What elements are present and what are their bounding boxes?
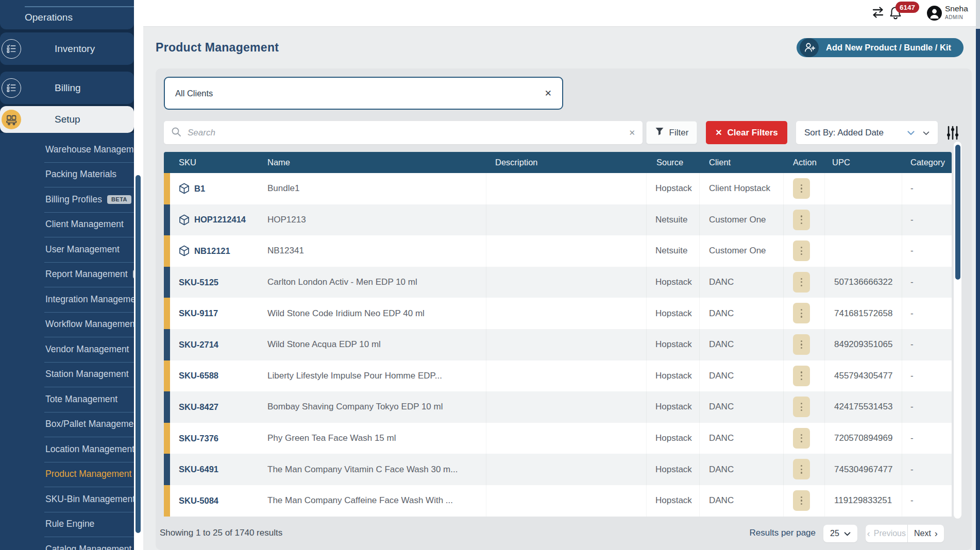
cell-client: DANC [709,267,734,298]
sidebar-item-warehouse-management[interactable]: Warehouse Management [21,137,134,162]
chevron-left-icon: ‹ [867,529,870,538]
cell-sku: SKU-2714 [179,329,218,360]
search-clear-icon[interactable]: ✕ [629,128,635,138]
column-header-sku: SKU [179,152,196,173]
table-scrollbar-thumb[interactable] [955,145,960,280]
sidebar-item-report-management[interactable]: Report ManagementBETA [21,262,134,287]
table-row[interactable]: SKU-8427Bombay Shaving Company Tokyo EDP… [164,391,952,423]
page-size-dropdown[interactable]: 25 [823,525,857,542]
row-action-menu-button[interactable] [793,428,810,449]
column-divider [783,485,784,517]
row-action-menu-button[interactable] [793,490,810,511]
table-row[interactable]: SKU-5125Carlton London Activ - Men EDP 1… [164,267,952,298]
row-action-menu-button[interactable] [793,178,810,199]
sidebar-item-operations[interactable]: Operations [0,0,134,29]
table-row[interactable]: SKU-5084The Man Company Caffeine Face Wa… [164,485,952,517]
sidebar-item-packing-materials[interactable]: Packing Materials [21,162,134,187]
column-divider [783,173,784,204]
swap-arrows-icon[interactable] [871,6,885,21]
sidebar-item-station-management[interactable]: Station Management [21,362,134,387]
sidebar-item-catalog-management[interactable]: Catalog Management [21,537,134,550]
row-action-menu-button[interactable] [793,459,810,479]
dot [801,437,802,439]
previous-button[interactable]: ‹ Previous [866,525,908,542]
sidebar-item-box-pallet-management[interactable]: Box/Pallet Management [21,412,134,437]
cell-client: Customer One [709,204,766,236]
toolbar: ✕ Filter ✕ Clear Filters Sort By: Added … [156,121,972,144]
sidebar-item-tote-management[interactable]: Tote Management [21,387,134,412]
sort-by-dropdown[interactable]: Sort By: Added Date [796,121,938,144]
table-row[interactable]: SKU-2714Wild Stone Acqua EDP 10 mlHopsta… [164,329,952,360]
sidebar-item-location-management[interactable]: Location Management [21,437,134,462]
clear-filters-button[interactable]: ✕ Clear Filters [706,121,787,144]
column-header-source: Source [656,152,683,173]
sort-by-label: Sort By: Added Date [804,128,907,138]
sidebar-item-inventory[interactable]: Inventory [0,32,134,65]
sidebar-item-sku-bin-management[interactable]: SKU-Bin Management [21,487,134,512]
sidebar-item-workflow-management[interactable]: Workflow Management [21,312,134,337]
filter-button[interactable]: Filter [646,121,697,144]
row-action-menu-button[interactable] [793,303,810,323]
conveyor-icon [2,110,21,129]
row-action-menu-button[interactable] [793,210,810,230]
cell-name: Phy Green Tea Face Wash 15 ml [267,423,396,454]
avatar[interactable] [927,6,942,21]
dot [801,316,802,317]
beta-badge: BETA [107,195,131,204]
column-divider [699,360,700,392]
sidebar-scrollbar-thumb[interactable] [136,175,141,533]
sidebar-item-vendor-management[interactable]: Vendor Management [21,337,134,362]
sidebar-item-billing[interactable]: Billing [0,72,134,104]
dot [801,347,802,349]
cell-sku: SKU-5125 [179,267,218,298]
sidebar-item-setup[interactable]: Setup [0,106,134,133]
column-header-action: Action [793,152,817,173]
next-button[interactable]: Next › [908,525,944,542]
add-new-product-button[interactable]: Add New Product / Bundle / Kit [797,38,964,57]
sidebar-item-label: Setup [55,114,80,125]
table-header: SKUNameDescriptionSourceClientActionUPCC… [164,152,952,173]
client-clear-icon[interactable]: ✕ [545,88,552,99]
table-row[interactable]: SKU-9117Wild Stone Code Iridium Neo EDP … [164,298,952,329]
table-row[interactable]: HOP1212414HOP1213NetsuiteCustomer One- [164,204,952,236]
table-footer: Showing 1 to 25 of 1740 results Results … [156,517,972,550]
window-scrollbar-thumb[interactable] [976,29,980,550]
sidebar-item-client-management[interactable]: Client Management [21,212,134,237]
dot [801,496,802,498]
table-row[interactable]: SKU-6491The Man Company Vitamin C Face W… [164,454,952,485]
sidebar-item-billing-profiles[interactable]: Billing ProfilesBETA [21,187,134,212]
row-accent-bar [164,485,170,517]
row-action-menu-button[interactable] [793,397,810,417]
sidebar-item-label: Inventory [55,43,95,55]
column-divider [699,485,700,517]
sidebar-item-product-management[interactable]: Product Management [21,462,134,487]
column-divider [824,454,825,485]
table-row[interactable]: SKU-6588Liberty Lifestyle Impulse Pour H… [164,360,952,392]
row-accent-bar [164,454,170,485]
table-row[interactable]: SKU-7376Phy Green Tea Face Wash 15 mlHop… [164,423,952,454]
table-row[interactable]: NB12121NB12341NetsuiteCustomer One- [164,235,952,267]
sidebar-item-label: Billing Profiles [45,194,102,205]
cell-sku: HOP1212414 [194,204,246,236]
column-divider [783,454,784,485]
row-accent-bar [164,204,170,236]
row-action-menu-button[interactable] [793,366,810,386]
search-input[interactable] [187,127,629,139]
column-divider [699,204,700,236]
row-action-menu-button[interactable] [793,240,810,261]
sidebar-item-integration-management[interactable]: Integration Management [21,287,134,312]
row-action-menu-button[interactable] [793,334,810,355]
sidebar-item-rule-engine[interactable]: Rule Engine [21,512,134,537]
row-action-menu-button[interactable] [793,272,810,293]
cell-name: Liberty Lifestyle Impulse Pour Homme EDP… [267,360,442,392]
cell-category: - [910,204,914,236]
search-icon [171,127,181,139]
sidebar-item-user-management[interactable]: User Management [21,237,134,262]
main-area: 6147 Sneha ADMIN Product Management [143,0,976,550]
window-scrollbar-track [976,0,980,550]
column-divider [699,454,700,485]
client-filter-select[interactable]: All Clients ✕ [164,77,563,110]
table-row[interactable]: B1Bundle1HopstackClient Hopstack- [164,173,952,204]
sliders-icon[interactable] [945,125,960,143]
column-header-upc: UPC [832,152,850,173]
